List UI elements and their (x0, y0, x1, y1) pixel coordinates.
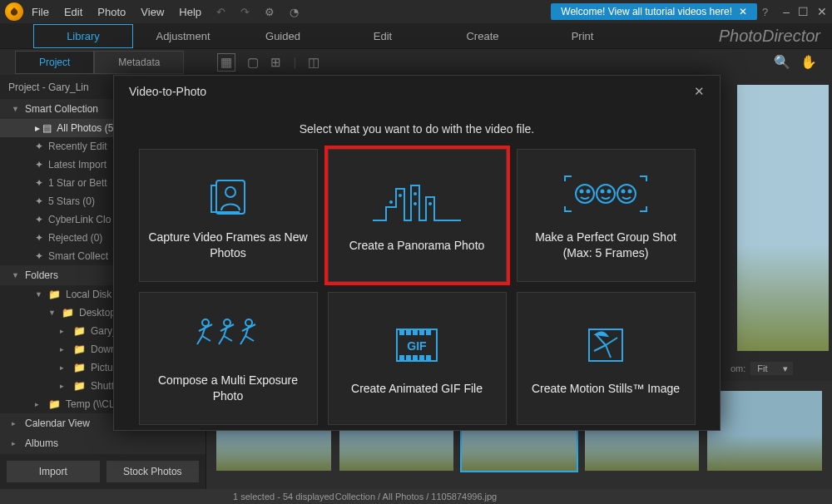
status-path: Collection / All Photos / 1105874996.jpg (335, 492, 497, 502)
option-label: Compose a Multi Exposure Photo (148, 373, 309, 404)
svg-point-18 (245, 319, 252, 326)
tab-metadata[interactable]: Metadata (94, 51, 184, 74)
pinwheel-icon (582, 321, 629, 369)
redo-icon[interactable]: ↷ (240, 6, 250, 18)
search-icon[interactable]: 🔍 (774, 54, 790, 70)
svg-rect-27 (414, 356, 417, 359)
tab-guided[interactable]: Guided (233, 25, 333, 47)
option-label: Create Motion Stills™ Image (532, 381, 680, 397)
tab-adjustment[interactable]: Adjustment (133, 25, 233, 47)
menu-photo[interactable]: Photo (97, 6, 126, 18)
view-grid-icon[interactable]: ▦ (217, 53, 235, 72)
svg-rect-29 (427, 356, 430, 359)
menu-bar: File Edit Photo View Help ↶ ↷ ⚙ ◔ (32, 6, 299, 18)
option-label: Create a Panorama Photo (349, 238, 485, 254)
close-icon[interactable]: ✕ (739, 6, 747, 17)
svg-point-11 (587, 190, 590, 193)
view-compare-icon[interactable]: ◫ (308, 55, 319, 70)
option-label: Capture Video Frames as New Photos (148, 230, 309, 261)
svg-point-16 (202, 319, 209, 326)
menu-view[interactable]: View (141, 6, 164, 18)
menu-help[interactable]: Help (179, 6, 201, 18)
view-thumbs-icon[interactable]: ⊞ (270, 55, 281, 70)
gif-film-icon: GIF (392, 321, 442, 369)
view-single-icon[interactable]: ▢ (247, 55, 259, 70)
menu-edit[interactable]: Edit (64, 6, 82, 18)
help-icon[interactable]: ? (762, 6, 768, 18)
svg-point-4 (414, 193, 416, 195)
welcome-tip-text: Welcome! View all tutorial videos here! (561, 6, 732, 17)
tab-project[interactable]: Project (15, 51, 94, 74)
dialog-subtitle: Select what you want to do with the vide… (114, 107, 720, 142)
photo-preview[interactable] (737, 85, 829, 351)
tab-print[interactable]: Print (532, 25, 632, 47)
skyline-icon (371, 178, 463, 226)
stock-photos-button[interactable]: Stock Photos (106, 461, 200, 482)
main-tabs: Library Adjustment Guided Edit Create Pr… (0, 23, 832, 48)
menu-file[interactable]: File (32, 6, 49, 18)
svg-text:GIF: GIF (407, 339, 427, 353)
option-motion-stills[interactable]: Create Motion Stills™ Image (517, 292, 696, 425)
svg-point-3 (399, 195, 401, 196)
smiley-group-icon (560, 170, 651, 218)
svg-rect-24 (427, 331, 430, 334)
svg-point-1 (225, 187, 235, 197)
toolbar-row: Project Metadata ▦ ▢ ⊞ | ◫ 🔍 ✋ (0, 48, 832, 75)
gear-icon[interactable]: ⚙ (265, 6, 275, 18)
svg-point-13 (608, 190, 611, 193)
svg-rect-21 (407, 331, 410, 334)
option-multi-exposure[interactable]: Compose a Multi Exposure Photo (139, 292, 318, 425)
option-group-shot[interactable]: Make a Perfect Group Shot (Max: 5 Frames… (517, 149, 696, 282)
svg-rect-25 (400, 356, 404, 359)
tab-create[interactable]: Create (433, 25, 532, 47)
zoom-select[interactable]: Fit▾ (750, 362, 792, 375)
option-capture-frames[interactable]: Capture Video Frames as New Photos (139, 149, 318, 282)
svg-point-12 (602, 190, 604, 193)
svg-point-10 (581, 190, 583, 193)
svg-point-8 (597, 185, 615, 203)
svg-point-7 (576, 185, 594, 203)
option-label: Make a Perfect Group Shot (Max: 5 Frames… (526, 230, 686, 261)
app-logo (5, 2, 23, 21)
chevron-down-icon: ▾ (783, 363, 788, 374)
hand-icon[interactable]: ✋ (800, 54, 817, 70)
svg-point-2 (390, 201, 392, 203)
dialog-close-icon[interactable]: ✕ (694, 84, 705, 99)
svg-point-5 (414, 203, 416, 205)
import-button[interactable]: Import (7, 461, 100, 482)
person-stack-icon (203, 170, 253, 218)
window-maximize[interactable]: ☐ (798, 5, 809, 18)
option-label: Create Animated GIF File (351, 381, 483, 397)
option-animated-gif[interactable]: GIF Create Animated GIF File (328, 292, 507, 425)
svg-rect-22 (414, 331, 417, 334)
albums-header[interactable]: ▸Albums (0, 433, 206, 453)
undo-icon[interactable]: ↶ (216, 6, 225, 18)
branding-text: PhotoDirector (719, 27, 820, 46)
dialog-title: Video-to-Photo (129, 85, 206, 98)
dialog-options-grid: Capture Video Frames as New Photos Creat… (114, 142, 720, 432)
svg-point-14 (622, 190, 625, 193)
option-panorama[interactable]: Create a Panorama Photo (328, 149, 507, 282)
svg-point-17 (224, 319, 230, 326)
view-divider: | (293, 55, 296, 69)
user-icon[interactable]: ◔ (290, 6, 299, 18)
thumbnail[interactable] (707, 391, 822, 471)
tab-edit[interactable]: Edit (333, 25, 433, 47)
tab-library[interactable]: Library (33, 24, 133, 48)
svg-rect-20 (400, 331, 404, 334)
runners-icon (191, 313, 265, 361)
welcome-tip[interactable]: Welcome! View all tutorial videos here! … (551, 3, 757, 20)
svg-rect-26 (407, 356, 410, 359)
status-selection: 1 selected - 54 displayed (233, 492, 334, 502)
svg-point-6 (429, 203, 431, 205)
window-close[interactable]: ✕ (817, 5, 827, 18)
svg-point-9 (617, 185, 636, 203)
zoom-label: om: (730, 363, 745, 373)
svg-rect-23 (420, 331, 423, 334)
titlebar: File Edit Photo View Help ↶ ↷ ⚙ ◔ Welcom… (0, 0, 832, 23)
svg-point-15 (629, 190, 631, 193)
project-title-text: Project - Gary_Lin (8, 82, 89, 93)
status-bar: 1 selected - 54 displayed Collection / A… (0, 489, 832, 504)
window-minimize[interactable]: – (783, 5, 790, 18)
svg-rect-28 (420, 356, 423, 359)
